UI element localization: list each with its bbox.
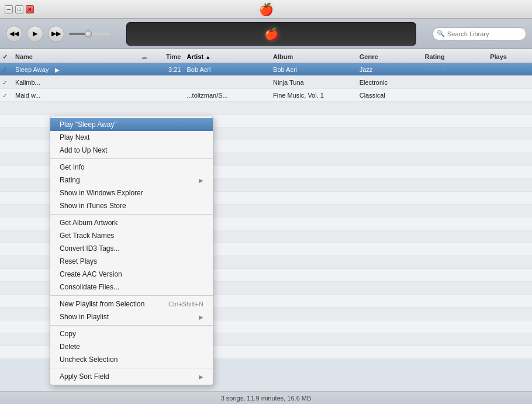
table-row-empty	[0, 102, 532, 115]
row-genre: Classical	[357, 91, 423, 99]
menu-item-label: Show in iTunes Store	[60, 202, 126, 210]
row-check[interactable]: ✓	[0, 65, 13, 74]
column-headers: ✓ Name ☁ Time Artist ▲ Album Genre Ratin…	[0, 50, 532, 63]
menu-item-label: Consolidate Files...	[60, 283, 119, 291]
main-content: ✓ Name ☁ Time Artist ▲ Album Genre Ratin…	[0, 50, 532, 391]
cloud-icon: ☁	[141, 53, 147, 60]
menu-item-label: Delete	[60, 343, 80, 351]
forward-button[interactable]: ▶▶	[48, 26, 64, 42]
forward-icon: ▶▶	[51, 30, 61, 37]
apple-logo-icon: 🍎	[259, 3, 274, 16]
menu-item-create-aac[interactable]: Create AAC Version	[50, 268, 213, 281]
play-icon: ▶	[33, 30, 37, 37]
row-time: 3:21	[155, 65, 184, 74]
menu-item-add-up-next[interactable]: Add to Up Next	[50, 144, 213, 157]
minimize-button[interactable]: ─	[5, 5, 13, 13]
menu-item-get-info[interactable]: Get Info	[50, 161, 213, 174]
row-album: Fine Music, Vol. 1	[271, 91, 357, 99]
menu-item-new-playlist[interactable]: New Playlist from Selection Ctrl+Shift+N	[50, 298, 213, 310]
row-artist: ...toltzman/S...	[184, 91, 271, 99]
row-check[interactable]: ✓	[0, 91, 13, 99]
time-col-header[interactable]: Time	[155, 53, 184, 61]
row-check[interactable]: ✓	[0, 78, 13, 87]
volume-knob[interactable]	[85, 30, 92, 37]
menu-item-apply-sort[interactable]: Apply Sort Field ▶	[50, 370, 213, 383]
close-button[interactable]: ✕	[26, 5, 34, 13]
context-menu: Play "Sleep Away" Play Next Add to Up Ne…	[50, 116, 213, 385]
play-button[interactable]: ▶	[27, 26, 43, 42]
submenu-arrow-icon: ▶	[199, 374, 203, 380]
window-controls: ─ □ ✕	[5, 5, 34, 13]
genre-col-header[interactable]: Genre	[357, 53, 423, 61]
menu-item-label: Reset Plays	[60, 257, 97, 265]
menu-item-convert-id3[interactable]: Convert ID3 Tags...	[50, 242, 213, 255]
menu-item-show-itunes-store[interactable]: Show in iTunes Store	[50, 199, 213, 212]
menu-item-uncheck[interactable]: Uncheck Selection	[50, 353, 213, 366]
plays-col-header[interactable]: Plays	[488, 53, 532, 61]
menu-item-label: Get Info	[60, 163, 85, 171]
row-name: Kalimb...	[13, 78, 141, 87]
row-artist: Bob Acri	[184, 65, 271, 74]
menu-item-get-track-names[interactable]: Get Track Names	[50, 229, 213, 242]
menu-item-play[interactable]: Play "Sleep Away"	[50, 118, 213, 131]
table-row[interactable]: ✓ Maid w... ...toltzman/S... Fine Music,…	[0, 89, 532, 102]
display-apple-icon: 🍎	[264, 27, 279, 41]
name-col-header[interactable]: Name	[13, 53, 141, 61]
title-center: 🍎	[259, 2, 274, 16]
menu-shortcut: Ctrl+Shift+N	[168, 301, 203, 308]
row-name: Maid w...	[13, 91, 141, 99]
menu-item-get-album-art[interactable]: Get Album Artwork	[50, 216, 213, 229]
transport-bar: ◀◀ ▶ ▶▶ 🍎 🔍	[0, 19, 532, 49]
menu-item-show-explorer[interactable]: Show in Windows Explorer	[50, 187, 213, 199]
menu-item-show-in-playlist[interactable]: Show in Playlist ▶	[50, 310, 213, 323]
submenu-arrow-icon: ▶	[199, 314, 203, 320]
cloud-col-header: ☁	[141, 53, 155, 61]
submenu-arrow-icon: ▶	[199, 177, 203, 184]
row-album: Bob Acri	[271, 65, 357, 74]
artist-col-header[interactable]: Artist ▲	[184, 53, 271, 61]
rating-col-header[interactable]: Rating	[422, 53, 488, 61]
menu-item-label: Play "Sleep Away"	[60, 120, 117, 129]
row-genre: Jazz	[357, 65, 423, 74]
menu-item-play-next[interactable]: Play Next	[50, 131, 213, 144]
menu-item-delete[interactable]: Delete	[50, 340, 213, 353]
menu-separator	[50, 295, 213, 296]
title-bar: ─ □ ✕ 🍎	[0, 0, 532, 19]
status-text: 3 songs, 11.9 minutes, 16.6 MB	[221, 395, 312, 402]
menu-item-label: Get Album Artwork	[60, 219, 118, 227]
check-col-header: ✓	[0, 53, 13, 61]
menu-item-label: New Playlist from Selection	[60, 300, 144, 308]
row-name: Sleep Away ▶	[13, 65, 141, 74]
menu-item-label: Apply Sort Field	[60, 372, 109, 381]
menu-item-reset-plays[interactable]: Reset Plays	[50, 255, 213, 268]
menu-item-copy[interactable]: Copy	[50, 327, 213, 340]
search-box[interactable]: 🔍	[433, 27, 526, 40]
search-input[interactable]	[447, 30, 523, 37]
menu-item-label: Get Track Names	[60, 232, 114, 240]
rewind-icon: ◀◀	[9, 30, 19, 37]
menu-item-label: Copy	[60, 330, 76, 338]
menu-separator	[50, 368, 213, 368]
row-genre: Electronic	[357, 78, 423, 87]
menu-item-label: Create AAC Version	[60, 270, 122, 278]
table-row[interactable]: ✓ Kalimb... Ninja Tuna Electronic	[0, 76, 532, 89]
menu-separator	[50, 325, 213, 326]
maximize-button[interactable]: □	[15, 5, 23, 13]
rewind-button[interactable]: ◀◀	[6, 26, 22, 42]
album-col-header[interactable]: Album	[271, 53, 357, 61]
sort-arrow-icon: ▲	[205, 54, 210, 60]
table-row[interactable]: ✓ Sleep Away ▶ 3:21 Bob Acri Bob Acri Ja…	[0, 63, 532, 76]
menu-item-label: Convert ID3 Tags...	[60, 244, 120, 253]
row-rating: · · · · ·	[422, 65, 488, 74]
menu-item-label: Add to Up Next	[60, 146, 107, 154]
search-icon: 🔍	[437, 30, 445, 37]
status-bar: 3 songs, 11.9 minutes, 16.6 MB	[0, 391, 532, 404]
menu-item-label: Show in Playlist	[60, 313, 109, 321]
menu-item-consolidate[interactable]: Consolidate Files...	[50, 281, 213, 293]
volume-slider[interactable]	[69, 33, 110, 35]
menu-item-label: Rating	[60, 176, 80, 184]
menu-separator	[50, 214, 213, 215]
menu-item-label: Show in Windows Explorer	[60, 189, 143, 197]
menu-item-rating[interactable]: Rating ▶	[50, 174, 213, 187]
info-arrow-icon[interactable]: ▶	[53, 67, 61, 73]
